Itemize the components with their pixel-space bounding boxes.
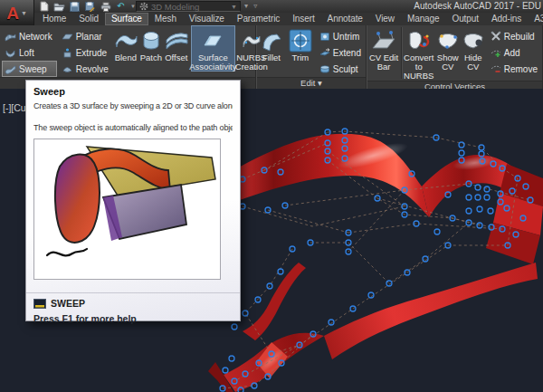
revolve-icon [62, 63, 73, 75]
extrude-button[interactable]: Extrude [59, 44, 113, 61]
plot-button[interactable] [100, 1, 111, 12]
workspace-switcher[interactable]: 3D Modeling ▼ [136, 1, 241, 12]
tooltip-description: Creates a 3D surface by sweeping a 2D or… [33, 101, 233, 110]
show-cv-icon [435, 30, 461, 52]
tab-annotate[interactable]: Annotate [321, 13, 369, 25]
cv-point[interactable] [243, 311, 248, 316]
tooltip-illustration [33, 139, 221, 280]
cv-edit-bar-button[interactable]: CV Edit Bar [367, 25, 400, 72]
patch-button[interactable]: Patch [138, 25, 164, 62]
tooltip-footer: SWEEP Press F1 for more help [26, 292, 240, 320]
rebuild-button[interactable]: Rebuild [488, 28, 542, 44]
tab-add-ins[interactable]: Add-ins [485, 13, 528, 25]
cv-point[interactable] [466, 195, 472, 200]
blend-icon [113, 29, 138, 53]
remove-icon [491, 63, 501, 74]
convert-to-nurbs-button[interactable]: Convert to NURBS [403, 25, 435, 81]
cv-point[interactable] [329, 320, 334, 325]
cv-point[interactable] [434, 229, 440, 234]
cv-point[interactable] [488, 208, 493, 214]
new-file-icon [39, 1, 49, 12]
fillet-icon [260, 29, 283, 53]
extrude-icon [62, 47, 73, 59]
sculpt-button[interactable]: Sculpt [317, 61, 366, 77]
show-cv-button[interactable]: Show CV [435, 25, 461, 72]
extend-icon [319, 47, 330, 58]
extend-button[interactable]: Extend [317, 44, 366, 61]
tab-view[interactable]: View [369, 13, 401, 25]
gear-icon [139, 2, 148, 11]
untrim-button[interactable]: Untrim [317, 28, 366, 44]
tab-surface[interactable]: Surface [105, 13, 148, 25]
printer-icon [100, 2, 111, 12]
undo-icon: ↶ [117, 2, 124, 11]
save-icon [70, 2, 80, 12]
workspace-name: 3D Modeling [151, 2, 228, 12]
planar-button[interactable]: Planar [59, 28, 113, 44]
offset-icon [164, 29, 189, 53]
tab-insert[interactable]: Insert [286, 13, 320, 25]
add-cv-button[interactable]: Add [488, 44, 542, 61]
loft-surface-icon [5, 47, 16, 59]
panel-label-edit[interactable]: Edit ▾ [257, 77, 366, 89]
tab-manage[interactable]: Manage [401, 13, 446, 25]
cv-point[interactable] [484, 186, 490, 192]
tab-visualize[interactable]: Visualize [183, 13, 231, 25]
chevron-down-icon: ▼ [231, 4, 237, 10]
cv-point[interactable] [459, 150, 464, 156]
control-polygon-line [310, 223, 469, 283]
tooltip-note: The sweep object is automatically aligne… [33, 123, 233, 132]
cv-point[interactable] [475, 195, 481, 200]
cv-point[interactable] [232, 324, 237, 330]
fillet-button[interactable]: Fillet [257, 25, 286, 62]
cv-point[interactable] [350, 306, 356, 311]
tooltip-help-hint: Press F1 for more help [33, 313, 233, 324]
tab-home[interactable]: Home [36, 13, 72, 25]
open-folder-icon [53, 2, 65, 12]
cv-point[interactable] [223, 368, 228, 373]
cv-point[interactable] [466, 208, 472, 214]
rebuild-icon [491, 31, 501, 42]
tab-parametric[interactable]: Parametric [231, 13, 286, 25]
cv-point[interactable] [459, 142, 464, 148]
application-menu-button[interactable]: A ▼ [0, 0, 34, 25]
tab-solid[interactable]: Solid [72, 13, 105, 25]
hide-cv-button[interactable]: Hide CV [461, 25, 486, 72]
trim-button[interactable]: Trim [286, 25, 315, 62]
surface-associativity-toggle[interactable]: Surface Associativity [191, 25, 235, 72]
remove-cv-button[interactable]: Remove [488, 61, 542, 77]
tab-mesh[interactable]: Mesh [148, 13, 183, 25]
cv-point[interactable] [484, 195, 490, 200]
sweep-illustration [34, 139, 220, 279]
blend-button[interactable]: Blend [113, 25, 138, 62]
network-button[interactable]: Network [2, 28, 57, 44]
cv-point[interactable] [229, 356, 234, 361]
loft-button[interactable]: Loft [2, 44, 57, 61]
qat-customize-button[interactable]: ▾ ▿ [244, 2, 259, 10]
add-icon [491, 47, 501, 58]
autocad-logo: A [6, 5, 19, 22]
sweep-surface-icon [5, 63, 16, 75]
tab-a360[interactable]: A360 [528, 13, 543, 25]
new-file-button[interactable] [38, 1, 50, 12]
undo-button[interactable]: ↶ [115, 1, 127, 12]
cv-point[interactable] [477, 206, 482, 212]
network-surface-icon [5, 31, 16, 43]
trim-icon [288, 28, 313, 53]
app-title: Autodesk AutoCAD 2017 - EDU [414, 1, 541, 11]
tooltip-title: Sweep [33, 86, 233, 97]
panel-separator [401, 27, 402, 79]
control-polygon-line [268, 210, 348, 233]
revolve-button[interactable]: Revolve [59, 61, 113, 77]
sweep-button[interactable]: Sweep [2, 61, 57, 77]
save-button[interactable] [69, 1, 81, 12]
surface-associativity-icon [202, 33, 224, 49]
tab-output[interactable]: Output [445, 13, 484, 25]
open-button[interactable] [53, 1, 65, 12]
offset-button[interactable]: Offset [164, 25, 189, 62]
ribbon-strand-descending [324, 263, 538, 359]
cv-point[interactable] [475, 185, 481, 190]
cv-point[interactable] [278, 269, 283, 274]
save-as-button[interactable] [84, 1, 96, 12]
convert-to-nurbs-icon [405, 30, 433, 52]
